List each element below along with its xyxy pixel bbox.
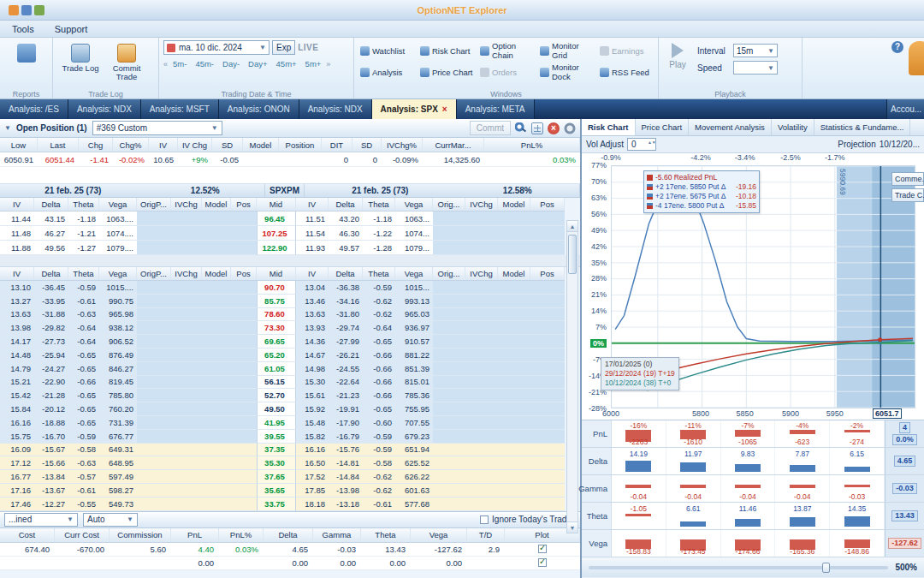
projection-value[interactable]: 10/12/20... [880, 140, 920, 149]
mid-price[interactable]: 122.90 [257, 241, 296, 255]
analysis-tab[interactable]: Analysis: NDX × [299, 99, 372, 119]
time-step-button[interactable]: 45m+ [273, 57, 300, 70]
option-chain-row[interactable]: 17.12 -15.66 -0.63 648.95 35.30 16.50 -1… [0, 456, 565, 470]
chart-tab[interactable]: Statistics & Fundame... [814, 119, 911, 135]
analysis-tab[interactable]: Analysis: ONON × [219, 99, 299, 119]
mid-price[interactable]: 61.05 [257, 362, 296, 376]
plot-checkbox[interactable] [538, 545, 547, 553]
plot-checkbox[interactable] [538, 558, 547, 567]
mid-price[interactable]: 41.95 [257, 416, 296, 430]
side-button[interactable]: Trade C... [891, 188, 924, 202]
window-toggle[interactable]: Earnings [598, 40, 656, 61]
option-chain-row[interactable]: 16.77 -13.84 -0.57 597.49 37.65 17.52 -1… [0, 470, 565, 484]
window-toggle[interactable]: Orders [478, 62, 536, 82]
mid-price[interactable]: 37.35 [257, 444, 296, 457]
strategy-view-combobox[interactable]: ...ined ▼ [4, 513, 78, 527]
mid-price[interactable]: 52.70 [257, 389, 296, 402]
menu-item[interactable]: Tools [9, 22, 38, 36]
exp-button[interactable]: Exp [272, 40, 295, 55]
option-chain-row[interactable]: 15.42 -21.28 -0.65 785.80 52.70 15.61 -2… [0, 389, 565, 402]
grid-view-icon[interactable] [531, 122, 543, 134]
chart-tab[interactable]: Risk Chart [582, 119, 636, 135]
option-chain-row[interactable]: 13.10 -36.45 -0.59 1015.... 90.70 13.04 … [0, 281, 565, 295]
mid-price[interactable]: 85.75 [257, 295, 296, 308]
speed-combobox[interactable]: ▼ [733, 61, 778, 74]
mid-price[interactable]: 35.30 [257, 456, 296, 470]
mid-price[interactable]: 37.65 [257, 470, 296, 484]
time-step-button[interactable]: 45m- [192, 57, 217, 70]
option-chain-row[interactable]: 11.44 43.15 -1.18 1063.... 96.45 11.51 4… [0, 212, 565, 226]
close-position-icon[interactable]: × [548, 122, 560, 134]
window-toggle[interactable]: Monitor Grid [538, 40, 596, 61]
chart-tab[interactable]: Price Chart [636, 119, 690, 135]
side-button[interactable]: Comme... [891, 172, 924, 186]
close-tab-icon[interactable]: × [442, 104, 447, 114]
option-chain-row[interactable]: 14.79 -24.27 -0.65 846.27 61.05 14.98 -2… [0, 362, 565, 376]
position-combobox[interactable]: #369 Custom ▼ [92, 121, 222, 135]
time-step-button[interactable]: 5m+ [302, 57, 325, 70]
analysis-tab[interactable]: Analysis: SPX × [372, 99, 457, 119]
option-chain-row[interactable]: 13.27 -33.95 -0.61 990.75 85.75 13.46 -3… [0, 295, 565, 308]
mode-combobox[interactable]: Auto ▼ [83, 513, 138, 527]
interval-combobox[interactable]: 15m ▼ [733, 44, 778, 57]
option-chain-row[interactable]: 11.48 46.27 -1.21 1074.... 107.25 11.54 … [0, 226, 565, 241]
analysis-tab[interactable]: Analysis: META × [457, 99, 535, 119]
chevron-down-icon[interactable]: ▼ [4, 124, 11, 132]
risk-chart-area[interactable]: -4.2%-3.4%-2.5%-1.7%-0.9% 77%70%63%56%49… [582, 153, 924, 420]
option-chain-row[interactable]: 15.84 -20.12 -0.65 760.20 49.50 15.92 -1… [0, 402, 565, 416]
mid-price[interactable]: 78.60 [257, 308, 296, 322]
trading-date-combobox[interactable]: ma. 10 dic. 2024 ▼ [163, 40, 270, 55]
window-toggle[interactable]: Risk Chart [418, 40, 477, 61]
mid-price[interactable]: 65.20 [257, 349, 296, 362]
scroll-up-icon[interactable]: ▲ [567, 221, 578, 232]
chart-tab[interactable]: Volatility [772, 119, 814, 135]
mid-price[interactable]: 96.45 [257, 212, 296, 226]
mid-price[interactable]: 90.70 [257, 281, 296, 295]
vol-adjust-spinner[interactable]: 0 [627, 138, 656, 151]
mid-price[interactable]: 56.15 [257, 376, 296, 390]
window-toggle[interactable]: Analysis [358, 62, 417, 82]
option-chain-row[interactable]: 15.75 -16.70 -0.59 676.77 39.55 15.82 -1… [0, 430, 565, 444]
time-step-button[interactable]: Day- [219, 57, 243, 70]
option-chain-row[interactable]: 11.88 49.56 -1.27 1079.... 122.90 11.93 … [0, 241, 565, 255]
analysis-tab[interactable]: Analysis: MSFT × [141, 99, 219, 119]
strategy-row[interactable]: 0.00 0.00 0.00 0.00 0.00 [0, 557, 580, 570]
step-forward-fast-icon[interactable]: » [326, 60, 330, 69]
mid-price[interactable]: 39.55 [257, 430, 296, 444]
gear-icon[interactable] [564, 122, 576, 134]
window-toggle[interactable]: RSS Feed [598, 62, 656, 82]
strategy-row[interactable]: 674.40 -670.00 5.60 4.40 0.03% 4.65 -0.0… [0, 543, 580, 557]
expiry-header[interactable]: 21 feb. 25 (73) 12.52% SPXPM 21 feb. 25 … [0, 184, 580, 198]
mid-price[interactable]: 69.65 [257, 335, 296, 349]
option-chain-row[interactable]: 16.16 -18.88 -0.65 731.39 41.95 15.48 -1… [0, 416, 565, 430]
option-chain-row[interactable]: 17.46 -12.27 -0.55 549.73 33.75 18.18 -1… [0, 498, 565, 511]
window-toggle[interactable]: Option Chain [478, 40, 536, 61]
window-toggle[interactable]: Watchlist [358, 40, 417, 61]
scroll-down-icon[interactable]: ▼ [567, 521, 578, 533]
option-chain-row[interactable]: 16.09 -15.67 -0.58 649.31 37.35 16.16 -1… [0, 444, 565, 457]
commit-button[interactable]: Commt [470, 121, 511, 135]
search-icon[interactable] [515, 122, 527, 134]
option-chain-row[interactable]: 14.48 -25.94 -0.65 876.49 65.20 14.67 -2… [0, 349, 565, 362]
window-toggle[interactable]: Price Chart [418, 62, 477, 82]
scrollbar-thumb[interactable] [568, 235, 577, 274]
zoom-slider[interactable] [589, 566, 888, 569]
option-chain-row[interactable]: 17.16 -13.67 -0.61 598.27 35.65 17.85 -1… [0, 484, 565, 498]
time-step-button[interactable]: Day+ [245, 57, 270, 70]
menu-item[interactable]: Support [51, 22, 92, 36]
analysis-tab[interactable]: Analysis: NDX × [68, 99, 141, 119]
mid-price[interactable]: 107.25 [257, 226, 296, 241]
trade-log-button[interactable]: Trade Log [57, 40, 104, 76]
mid-price[interactable]: 33.75 [257, 498, 296, 511]
option-chain-row[interactable]: 13.98 -29.82 -0.64 938.12 73.30 13.93 -2… [0, 321, 565, 335]
time-step-button[interactable]: 5m- [169, 57, 190, 70]
chain-scrollbar[interactable]: ▲ ▼ [566, 220, 578, 533]
option-chain-row[interactable]: 14.17 -27.73 -0.64 906.52 69.65 14.36 -2… [0, 335, 565, 349]
step-back-fast-icon[interactable]: « [163, 60, 168, 69]
account-tab[interactable]: Accou... [886, 99, 924, 119]
analysis-tab[interactable]: Analysis: /ES × [0, 99, 68, 119]
chart-tab[interactable]: Movement Analysis [689, 119, 772, 135]
play-button[interactable]: Play [663, 40, 692, 69]
ignore-trades-checkbox[interactable] [480, 515, 489, 524]
option-chain-row[interactable]: 13.63 -31.88 -0.63 965.98 78.60 13.63 -3… [0, 308, 565, 322]
